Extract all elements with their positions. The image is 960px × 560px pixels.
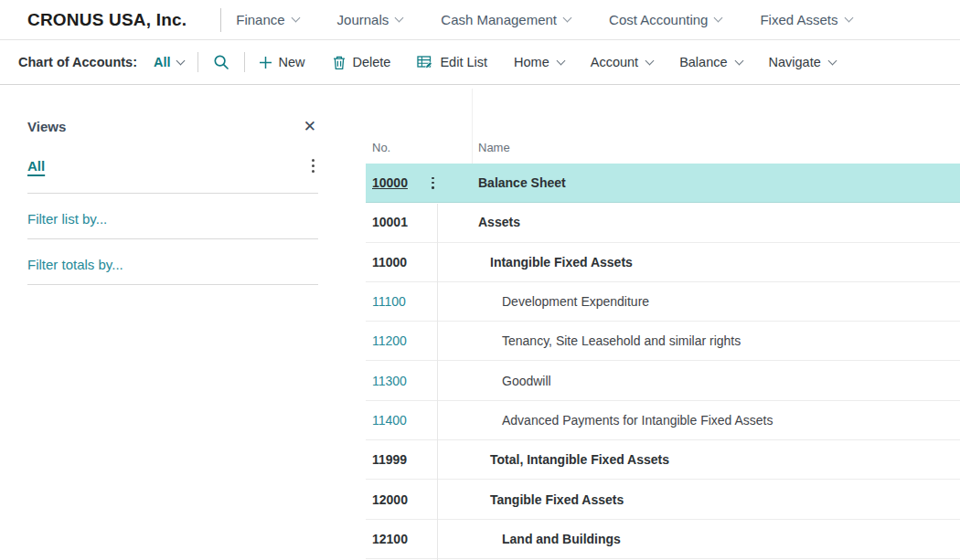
account-name: Balance Sheet [478, 175, 960, 190]
account-no[interactable]: 11400 [372, 413, 426, 428]
commandbar-divider [197, 52, 198, 72]
account-name: Assets [478, 215, 960, 229]
freeze-pane-line [437, 204, 438, 560]
menu-account[interactable]: Account [591, 55, 653, 69]
row-kebab-icon[interactable] [432, 177, 434, 189]
account-no[interactable]: 10000 [372, 175, 426, 190]
menu-home[interactable]: Home [514, 55, 564, 69]
account-name: Total, Intangible Fixed Assets [478, 452, 960, 467]
account-name: Development Expenditure [478, 294, 960, 309]
table-row[interactable]: 11000 Intangible Fixed Assets [366, 243, 960, 282]
column-header-no[interactable]: No. [372, 141, 390, 154]
search-icon [212, 53, 230, 71]
account-name: Land and Buildings [478, 532, 960, 546]
account-name: Tangible Fixed Assets [478, 492, 960, 507]
account-no[interactable]: 11100 [372, 294, 426, 309]
account-no[interactable]: 11200 [372, 333, 426, 348]
chevron-down-icon [844, 14, 853, 23]
account-no[interactable]: 11999 [372, 452, 426, 467]
account-name: Tenancy, Site Leasehold and similar righ… [478, 333, 960, 348]
company-name: CRONUS USA, Inc. [27, 10, 187, 30]
panel-divider [27, 284, 318, 285]
table-row[interactable]: 12100 Land and Buildings [366, 520, 960, 559]
filter-list-by-link[interactable]: Filter list by... [27, 211, 318, 227]
account-name: Intangible Fixed Assets [478, 255, 960, 269]
table-row[interactable]: 11300 Goodwill [366, 361, 960, 400]
chevron-down-icon [714, 14, 723, 23]
table-row[interactable]: 11400 Advanced Payments for Intangible F… [366, 401, 960, 440]
nav-item-journals[interactable]: Journals [337, 12, 403, 27]
account-name: Goodwill [478, 374, 960, 388]
chevron-down-icon [176, 56, 185, 65]
panel-divider [27, 238, 318, 239]
account-no[interactable]: 12100 [372, 532, 426, 546]
table-row[interactable]: 11200 Tenancy, Site Leasehold and simila… [366, 322, 960, 361]
kebab-menu-icon[interactable] [308, 157, 318, 174]
table-body: 10000 Balance Sheet 10001 Assets 11000 I… [366, 164, 960, 559]
table-row[interactable]: 12000 Tangible Fixed Assets [366, 480, 960, 519]
chevron-down-icon [563, 14, 572, 23]
edit-list-icon [417, 55, 433, 69]
row-gutter [426, 177, 478, 189]
page-title: Chart of Accounts: [18, 55, 137, 69]
views-panel-title: Views [27, 119, 66, 134]
plus-icon [259, 56, 272, 69]
nav-item-cash-management[interactable]: Cash Management [441, 12, 571, 27]
topbar-divider [220, 8, 221, 32]
menu-navigate[interactable]: Navigate [769, 55, 836, 69]
command-bar: Chart of Accounts: All New Delete [0, 40, 960, 85]
account-no[interactable]: 11300 [372, 374, 426, 388]
account-no[interactable]: 12000 [372, 492, 426, 507]
table-header: No. Name [366, 128, 960, 164]
trash-icon [332, 55, 347, 70]
command-actions: New Delete Edit List Home Account [259, 55, 836, 70]
delete-button[interactable]: Delete [332, 55, 391, 70]
nav-item-finance[interactable]: Finance [236, 12, 298, 27]
edit-list-button[interactable]: Edit List [417, 55, 487, 69]
account-no[interactable]: 11000 [372, 255, 426, 269]
table-row[interactable]: 10000 Balance Sheet [366, 164, 960, 203]
chevron-down-icon [291, 14, 300, 23]
table-row[interactable]: 11999 Total, Intangible Fixed Assets [366, 440, 960, 480]
chevron-down-icon [734, 56, 743, 65]
close-icon[interactable]: ✕ [304, 119, 316, 134]
top-bar: CRONUS USA, Inc. Finance Journals Cash M… [0, 0, 960, 40]
view-all-link[interactable]: All [27, 158, 45, 174]
chevron-down-icon [827, 56, 837, 65]
new-button[interactable]: New [259, 55, 305, 69]
top-navigation: Finance Journals Cash Management Cost Ac… [236, 12, 851, 27]
filter-totals-by-link[interactable]: Filter totals by... [27, 257, 318, 272]
nav-item-cost-accounting[interactable]: Cost Accounting [609, 12, 721, 27]
account-name: Advanced Payments for Intangible Fixed A… [478, 413, 960, 428]
column-header-name[interactable]: Name [478, 141, 510, 154]
panel-divider [27, 193, 318, 194]
nav-item-fixed-assets[interactable]: Fixed Assets [760, 12, 851, 27]
accounts-table: No. Name 10000 Balance Sheet 10001 Asset… [366, 128, 960, 560]
menu-balance[interactable]: Balance [679, 55, 741, 69]
commandbar-divider [244, 52, 245, 72]
chevron-down-icon [645, 56, 655, 65]
search-button[interactable] [212, 53, 230, 71]
account-no[interactable]: 10001 [372, 215, 426, 229]
view-selector[interactable]: All [154, 55, 184, 69]
chevron-down-icon [395, 14, 404, 23]
table-row[interactable]: 11100 Development Expenditure [366, 282, 960, 322]
chevron-down-icon [556, 56, 565, 65]
table-row[interactable]: 10001 Assets [366, 203, 960, 242]
